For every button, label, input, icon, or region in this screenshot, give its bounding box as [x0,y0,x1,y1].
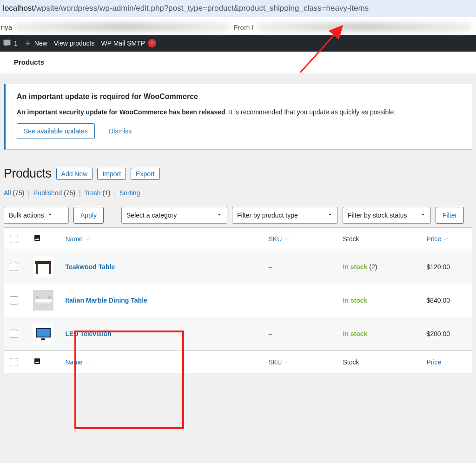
notice-body: An important security update for WooComm… [17,108,461,116]
view-products-link[interactable]: View products [54,40,95,47]
wp-mail-smtp-link[interactable]: WP Mail SMTP ! [101,39,157,47]
svg-rect-5 [35,299,52,302]
col-price[interactable]: Price [421,228,472,250]
sku-value: – [269,297,272,304]
bulk-actions-label: Bulk actions [9,212,44,219]
row-checkbox[interactable] [10,263,18,271]
filter-button[interactable]: Filter [436,207,464,224]
price-value: $200.00 [427,330,450,337]
chevron-down-icon [47,212,53,219]
url-path: /wpsite/wordpress/wp-admin/edit.php?post… [34,4,369,13]
sku-value: – [269,263,272,271]
image-column-icon [33,357,41,365]
sort-icon [284,358,290,366]
thumb-cell[interactable] [33,290,53,311]
comment-count: 1 [14,40,18,47]
see-updates-button[interactable]: See available updates [17,123,95,139]
sort-icon [284,235,290,243]
stock-status-select[interactable]: Filter by stock status [343,207,431,224]
row-checkbox[interactable] [10,330,18,338]
separator: | [114,189,116,197]
filter-all-count: (75) [13,189,24,197]
select-all-checkbox[interactable] [10,358,18,366]
separator: | [28,189,30,197]
heading-row: Products Add New Import Export [4,166,472,181]
export-button[interactable]: Export [131,168,159,180]
svg-rect-3 [49,264,51,274]
user-fragment: nya [1,23,12,31]
col-stock: Stock [337,228,421,250]
import-button[interactable]: Import [97,168,126,180]
svg-rect-7 [36,296,39,299]
col-price[interactable]: Price [421,351,472,373]
product-thumbnail [33,290,53,311]
browser-url-bar[interactable]: localhost/wpsite/wordpress/wp-admin/edit… [0,0,476,17]
notice-body-bold: An important security update for WooComm… [17,108,225,116]
filter-sorting[interactable]: Sorting [119,189,140,197]
alert-badge-icon: ! [148,39,156,47]
chevron-down-icon [327,212,333,219]
product-type-label: Filter by product type [237,212,298,219]
apply-button[interactable]: Apply [73,207,104,224]
filter-published[interactable]: Published [33,189,62,197]
stock-count: (2) [369,263,377,271]
thumb-cell[interactable] [33,324,53,344]
page-heading: Products [4,166,52,181]
col-sku[interactable]: SKU [263,351,337,373]
col-name[interactable]: Name [60,228,263,250]
select-all-checkbox[interactable] [10,235,18,243]
col-price-label: Price [427,358,442,366]
comments-indicator[interactable]: 1 [3,39,18,47]
update-notice: An important update is required for WooC… [4,84,472,150]
filter-all[interactable]: All [4,189,11,197]
wp-admin-bar: 1 New View products WP Mail SMTP ! [0,35,476,52]
col-name[interactable]: Name [60,351,263,373]
status-filter-links: All (75) | Published (75) | Trash (1) | … [4,189,472,197]
filter-trash-count: (1) [102,189,110,197]
thumb-cell[interactable] [33,257,53,277]
dismiss-link[interactable]: Dismiss [109,127,132,135]
category-label: Select a category [126,212,177,219]
blur-block [16,23,230,31]
separator: | [79,189,81,197]
view-products-label: View products [54,40,95,47]
svg-rect-11 [37,329,50,337]
col-stock: Stock [337,351,421,373]
chevron-down-icon [217,212,222,219]
screen-title: Products [14,58,44,66]
filter-trash[interactable]: Trash [84,189,100,197]
stock-status: In stock [343,297,368,304]
category-select[interactable]: Select a category [121,207,227,224]
svg-rect-12 [41,338,45,340]
sort-icon [443,235,450,243]
col-sku-label: SKU [269,235,282,243]
product-type-select[interactable]: Filter by product type [232,207,338,224]
sort-icon [85,235,91,243]
url-host: localhost [3,4,34,13]
col-price-label: Price [427,235,442,243]
col-sku[interactable]: SKU [263,228,337,250]
tablenav-top: Bulk actions Apply Select a category Fil… [4,207,472,224]
new-menu[interactable]: New [24,40,47,47]
product-name-link[interactable]: Teakwood Table [66,263,115,271]
table-header-row: Name SKU Stock Price [4,228,472,250]
screen-title-bar: Products [0,52,476,73]
products-table: Name SKU Stock Price Teakwood Table–In s… [4,227,472,373]
plus-icon [24,40,32,47]
table-row: Italian Marble Dining Table–In stock$840… [4,284,472,317]
add-new-button[interactable]: Add New [56,168,93,180]
notice-body-rest: . It is recommended that you update as q… [225,108,396,116]
product-name-link[interactable]: LED Television [66,330,112,337]
stock-status: In stock [343,330,368,337]
sku-value: – [269,330,272,337]
svg-rect-1 [35,261,51,264]
price-value: $840.00 [427,297,450,304]
bulk-actions-select[interactable]: Bulk actions [4,207,69,224]
mid-fragment: From I [233,23,253,31]
product-name-link[interactable]: Italian Marble Dining Table [66,297,147,304]
comment-icon [3,39,11,47]
table-row: Teakwood Table–In stock (2)$120.00 [4,250,472,284]
product-thumbnail [33,257,53,277]
chevron-down-icon [420,212,426,219]
row-checkbox[interactable] [10,296,18,304]
